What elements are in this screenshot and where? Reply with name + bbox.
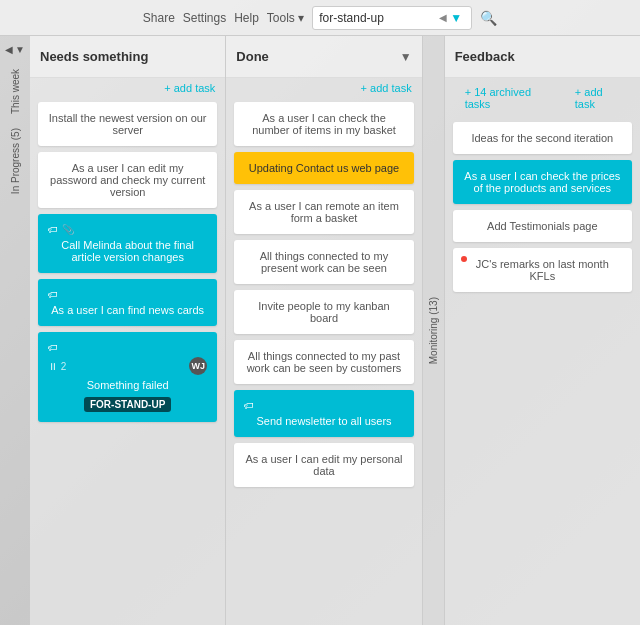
main-area: ◀ ▼ This week In Progress (5) Needs some… xyxy=(0,36,640,625)
help-nav[interactable]: Help xyxy=(234,11,259,25)
red-dot-indicator xyxy=(461,256,467,262)
add-task-feedback[interactable]: + add task xyxy=(565,82,630,114)
card-d8[interactable]: As a user I can edit my personal data xyxy=(234,443,413,487)
card-meta-ns5: ⏸ 2 WJ xyxy=(48,357,207,375)
add-task-needs[interactable]: + add task xyxy=(30,78,225,98)
card-ns5[interactable]: 🏷 ⏸ 2 WJ Something failed FO xyxy=(38,332,217,422)
arrow-right-icon[interactable]: ▼ xyxy=(15,44,25,55)
search-icon[interactable]: 🔍 xyxy=(480,10,497,26)
tools-nav[interactable]: Tools ▾ xyxy=(267,11,304,25)
column-needs-something: Needs something + add task Install the n… xyxy=(30,36,226,625)
card-d2[interactable]: Updating Contact us web page xyxy=(234,152,413,184)
add-task-done[interactable]: + add task xyxy=(226,78,421,98)
num-icon-ns5: ⏸ xyxy=(48,361,58,372)
column-title-needs: Needs something xyxy=(40,49,148,64)
column-header-feedback: Feedback xyxy=(445,36,640,78)
kanban-columns: Needs something + add task Install the n… xyxy=(30,36,640,625)
column-header-done: Done ▼ xyxy=(226,36,421,78)
settings-nav[interactable]: Settings xyxy=(183,11,226,25)
card-d4[interactable]: All things connected to my present work … xyxy=(234,240,413,284)
feedback-top-links: + 14 archived tasks + add task xyxy=(445,78,640,118)
column-title-done: Done xyxy=(236,49,269,64)
card-f4[interactable]: JC's remarks on last month KFLs xyxy=(453,248,632,292)
archived-tasks-link[interactable]: + 14 archived tasks xyxy=(455,82,559,114)
card-text-ns5: Something failed xyxy=(48,379,207,391)
clip-icon-ns3: 📎 xyxy=(62,224,74,235)
monitoring-label: Monitoring (13) xyxy=(428,297,439,364)
search-box: ◀ ▼ xyxy=(312,6,472,30)
in-progress-label: In Progress (5) xyxy=(10,128,21,194)
tag-icon-ns5: 🏷 xyxy=(48,342,58,353)
tag-icon-ns4: 🏷 xyxy=(48,289,58,300)
column-header-needs: Needs something xyxy=(30,36,225,78)
done-arrow-icon[interactable]: ▼ xyxy=(400,50,412,64)
card-d1[interactable]: As a user I can check the number of item… xyxy=(234,102,413,146)
card-f1[interactable]: Ideas for the second iteration xyxy=(453,122,632,154)
search-input[interactable] xyxy=(319,11,439,25)
column-title-feedback: Feedback xyxy=(455,49,515,64)
share-nav[interactable]: Share xyxy=(143,11,175,25)
tools-dropdown-icon: ▾ xyxy=(298,11,304,25)
card-tag-row-ns5: 🏷 xyxy=(48,342,207,353)
column-body-done: As a user I can check the number of item… xyxy=(226,98,421,625)
this-week-label: This week xyxy=(10,69,21,114)
card-num-ns5: ⏸ 2 xyxy=(48,361,66,372)
card-ns1[interactable]: Install the newest version on our server xyxy=(38,102,217,146)
card-label-ns5: FOR-STAND-UP xyxy=(84,397,171,412)
card-tag-row-ns3: 🏷 📎 xyxy=(48,224,207,235)
card-tag-row-d7: 🏷 xyxy=(244,400,403,411)
sidebar: ◀ ▼ This week In Progress (5) xyxy=(0,36,30,625)
card-avatar-ns5: WJ xyxy=(189,357,207,375)
card-tag-row-ns4: 🏷 xyxy=(48,289,207,300)
clear-icon[interactable]: ◀ xyxy=(439,12,447,23)
column-body-needs: Install the newest version on our server… xyxy=(30,98,225,625)
card-d7[interactable]: 🏷 Send newsletter to all users xyxy=(234,390,413,437)
filter-icon[interactable]: ▼ xyxy=(450,11,462,25)
tag-icon-ns3: 🏷 xyxy=(48,224,58,235)
card-ns3[interactable]: 🏷 📎 Call Melinda about the final article… xyxy=(38,214,217,273)
arrow-left-icon[interactable]: ◀ xyxy=(5,44,13,55)
card-d5[interactable]: Invite people to my kanban board xyxy=(234,290,413,334)
card-d3[interactable]: As a user I can remote an item form a ba… xyxy=(234,190,413,234)
card-ns2[interactable]: As a user I can edit my password and che… xyxy=(38,152,217,208)
top-nav: Share Settings Help Tools ▾ ◀ ▼ 🔍 xyxy=(0,0,640,36)
card-f2[interactable]: As a user I can check the prices of the … xyxy=(453,160,632,204)
card-d6[interactable]: All things connected to my past work can… xyxy=(234,340,413,384)
column-done: Done ▼ + add task As a user I can check … xyxy=(226,36,422,625)
tag-icon-d7: 🏷 xyxy=(244,400,254,411)
column-feedback: Feedback + 14 archived tasks + add task … xyxy=(445,36,640,625)
card-ns4[interactable]: 🏷 As a user I can find news cards xyxy=(38,279,217,326)
sidebar-collapse-arrows[interactable]: ◀ ▼ xyxy=(5,44,25,55)
column-body-feedback: Ideas for the second iteration As a user… xyxy=(445,118,640,625)
monitoring-strip: Monitoring (13) xyxy=(423,36,445,625)
card-f3[interactable]: Add Testimonials page xyxy=(453,210,632,242)
